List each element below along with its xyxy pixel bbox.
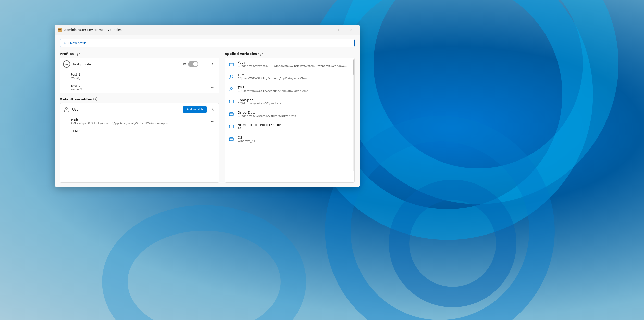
window-content: + + New profile Profiles i [55, 35, 360, 187]
svg-rect-4 [58, 31, 60, 31]
new-profile-label: + New profile [67, 41, 87, 45]
applied-var-info: ComSpec C:\Windows\system32\cmd.exe [238, 98, 351, 105]
svg-point-26 [230, 138, 230, 138]
list-item: Path C:\Windows\system32;C:\Windows;C:\W… [225, 58, 354, 70]
var-info: Path C:\Users\WDAGUtilityAccount\AppData… [71, 118, 209, 125]
toggle-knob [193, 62, 198, 66]
default-var-list: User Add variable ∧ Path C:\Users\WDAGUt… [60, 103, 219, 183]
var-name: TEMP [71, 129, 216, 133]
user-account-icon [63, 106, 70, 113]
applied-var-value: C:\Windows\system32\cmd.exe [238, 102, 347, 105]
profiles-label: Profiles [60, 52, 74, 56]
table-row: test_1 value_1 ··· [60, 70, 219, 82]
svg-rect-1 [58, 29, 60, 29]
user-collapse-button[interactable]: ∧ [209, 106, 216, 113]
profile-header-test: Test profile Off ··· ∧ [60, 58, 219, 70]
default-variables-label: Default variables [60, 97, 92, 101]
applied-var-value: C:\Windows\system32;C:\Windows;C:\Window… [238, 64, 347, 68]
var-more-button[interactable]: ··· [209, 72, 216, 80]
list-item: TMP C:\Users\WDAGUtilityAccount\AppData\… [225, 83, 354, 95]
wallpaper-arc2 [389, 180, 516, 307]
svg-point-22 [230, 125, 230, 126]
svg-point-10 [230, 75, 232, 77]
minimize-button[interactable]: — [321, 26, 333, 34]
applied-var-name: ComSpec [238, 98, 351, 102]
var-value: C:\Users\WDAGUtilityAccount\AppData\Loca… [71, 122, 186, 125]
applied-var-name: DriverData [238, 110, 351, 114]
svg-point-27 [231, 138, 231, 138]
list-item: ComSpec C:\Windows\system32\cmd.exe [225, 95, 354, 108]
svg-point-23 [231, 125, 231, 126]
profile-more-button[interactable]: ··· [201, 60, 208, 68]
var-name: Path [71, 118, 209, 122]
profile-icon [63, 60, 70, 68]
var-more-button[interactable]: ··· [209, 84, 216, 91]
svg-point-19 [231, 113, 231, 113]
var-info: test_1 value_1 [71, 73, 209, 80]
svg-point-5 [66, 63, 67, 64]
wallpaper-arc3 [102, 205, 306, 320]
profile-toggle[interactable] [188, 61, 198, 67]
var-name: test_2 [71, 84, 209, 88]
applied-var-value: C:\Users\WDAGUtilityAccount\AppData\Loca… [238, 77, 347, 80]
window-controls: — □ ✕ [321, 26, 357, 34]
app-icon [58, 28, 62, 32]
applied-var-list: Path C:\Windows\system32;C:\Windows;C:\W… [225, 58, 355, 183]
applied-var-info: OS Windows_NT [238, 136, 351, 143]
applied-var-name: TMP [238, 85, 351, 89]
list-item: TEMP C:\Users\WDAGUtilityAccount\AppData… [225, 70, 354, 83]
svg-rect-9 [230, 62, 231, 63]
maximize-button[interactable]: □ [333, 26, 345, 34]
system-var-icon [228, 98, 235, 105]
svg-point-14 [230, 100, 230, 101]
profiles-section: Profiles i [60, 52, 219, 93]
add-variable-button[interactable]: Add variable [183, 106, 207, 113]
window-title: Administrator: Environment Variables [64, 28, 321, 32]
scrollbar-thumb[interactable] [353, 59, 354, 75]
table-row: TEMP [60, 127, 219, 135]
svg-point-11 [230, 87, 232, 89]
svg-point-15 [231, 100, 231, 101]
applied-var-value: C:\Users\WDAGUtilityAccount\AppData\Loca… [238, 89, 347, 93]
svg-point-18 [230, 113, 230, 113]
main-layout: Profiles i [60, 52, 355, 183]
list-item: DriverData C:\Windows\System32\Drivers\D… [225, 108, 354, 120]
svg-rect-2 [58, 29, 61, 30]
profiles-list: Test profile Off ··· ∧ test_1 [60, 58, 219, 93]
applied-var-name: NUMBER_OF_PROCESSORS [238, 123, 351, 127]
system-var-icon [228, 110, 235, 118]
left-panel: Profiles i [60, 52, 219, 183]
default-variables-info-icon[interactable]: i [93, 97, 97, 101]
applied-var-name: Path [238, 60, 351, 64]
var-info: test_2 value_2 [71, 84, 209, 91]
close-button[interactable]: ✕ [345, 26, 357, 34]
svg-rect-0 [58, 28, 62, 32]
var-info: TEMP [71, 129, 216, 133]
applied-variables-info-icon[interactable]: i [258, 52, 263, 56]
path-icon [228, 60, 235, 68]
user-var-icon [228, 85, 235, 93]
profile-status-label: Off [181, 62, 186, 66]
plus-icon: + [64, 41, 66, 45]
applied-variables-header: Applied variables i [225, 52, 355, 56]
applied-var-info: DriverData C:\Windows\System32\Drivers\D… [238, 110, 351, 118]
default-variables-section: Default variables i [60, 97, 219, 183]
system-var-icon [228, 136, 235, 143]
applied-var-value: Windows_NT [238, 139, 347, 143]
profile-collapse-button[interactable]: ∧ [209, 60, 216, 68]
scrollbar-track [353, 59, 354, 171]
profiles-section-header: Profiles i [60, 52, 219, 56]
wallpaper-arc1 [338, 0, 618, 204]
applied-var-info: TMP C:\Users\WDAGUtilityAccount\AppData\… [238, 85, 351, 93]
profiles-info-icon[interactable]: i [76, 52, 80, 56]
right-panel: Applied variables i [225, 52, 355, 183]
applied-var-value: C:\Windows\System32\Drivers\DriverData [238, 114, 347, 118]
list-item: NUMBER_OF_PROCESSORS 16 [225, 120, 354, 133]
svg-point-7 [65, 107, 67, 109]
new-profile-button[interactable]: + + New profile [60, 39, 355, 47]
var-more-button[interactable]: ··· [209, 118, 216, 125]
applied-var-info: TEMP C:\Users\WDAGUtilityAccount\AppData… [238, 73, 351, 80]
var-value: value_2 [71, 88, 186, 91]
applied-var-info: NUMBER_OF_PROCESSORS 16 [238, 123, 351, 130]
table-row: Path C:\Users\WDAGUtilityAccount\AppData… [60, 116, 219, 127]
